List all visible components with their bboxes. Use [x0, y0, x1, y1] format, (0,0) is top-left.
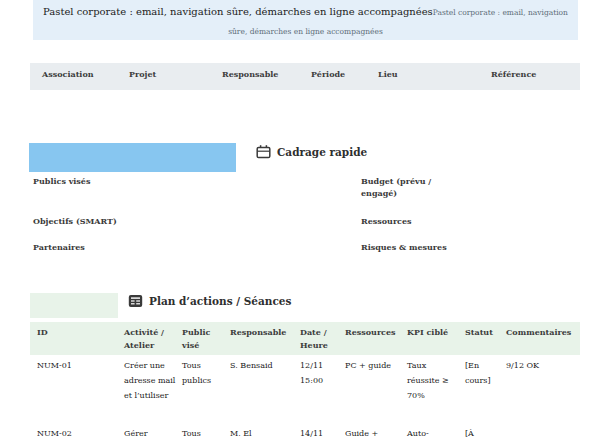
- section-title-plan: Plan d’actions / Séances: [149, 295, 291, 307]
- cell-statut: [À: [465, 426, 506, 441]
- plan-col-activite: Activité / Atelier: [124, 326, 182, 355]
- field-label-publics-vises: Publics visés: [33, 175, 90, 187]
- highlighted-field[interactable]: [29, 143, 236, 172]
- cell-responsable: S. Bensaid: [230, 358, 300, 403]
- cell-kpi: Taux réussite ≥ 70%: [407, 358, 465, 403]
- plan-table-header: ID Activité / Atelier Public visé Respon…: [30, 322, 580, 355]
- plan-col-kpi: KPI ciblé: [407, 326, 465, 355]
- document-title-banner: Pastel corporate : email, navigation sûr…: [33, 0, 578, 40]
- project-meta-table-header: Association Projet Responsable Période L…: [30, 63, 580, 90]
- cell-activite: Gérer: [124, 426, 182, 441]
- plan-table-row: NUM-02 Gérer Tous M. El 14/11 Guide + Au…: [30, 426, 580, 441]
- section-cadrage-rapide: Cadrage rapide: [256, 144, 367, 159]
- document-title: Pastel corporate : email, navigation sûr…: [43, 6, 433, 17]
- plan-col-commentaires: Commentaires: [506, 326, 574, 355]
- plan-col-statut: Statut: [465, 326, 506, 355]
- meta-col-responsable: Responsable: [222, 69, 311, 90]
- plan-col-ressources: Ressources: [345, 326, 407, 355]
- cell-public: Tous: [182, 426, 230, 441]
- plan-col-responsable: Responsable: [230, 326, 300, 355]
- cell-commentaires: 9/12 OK: [506, 358, 574, 403]
- clipboard-icon: [256, 144, 271, 159]
- meta-col-projet: Projet: [129, 69, 222, 90]
- plan-col-id: ID: [37, 326, 124, 355]
- section-title-cadrage: Cadrage rapide: [277, 146, 367, 158]
- cell-id: NUM-02: [37, 426, 124, 441]
- plan-col-date: Date / Heure: [300, 326, 345, 355]
- cell-id: NUM-01: [37, 358, 124, 403]
- plan-table-row: NUM-01 Créer une adresse mail et l’utili…: [30, 358, 580, 403]
- cell-commentaires: [506, 426, 574, 441]
- calendar-icon: [128, 294, 143, 308]
- field-label-budget: Budget (prévu / engagé): [361, 175, 437, 199]
- cell-date: 12/11 15:00: [300, 358, 345, 403]
- cell-kpi: Auto-: [407, 426, 465, 441]
- field-label-risques-mesures: Risques & mesures: [361, 241, 447, 253]
- cell-activite: Créer une adresse mail et l’utiliser: [124, 358, 182, 403]
- meta-col-association: Association: [42, 69, 129, 90]
- cell-public: Tous publics: [182, 358, 230, 403]
- field-label-objectifs-smart: Objectifs (SMART): [33, 215, 117, 227]
- field-label-partenaires: Partenaires: [33, 241, 85, 253]
- cell-responsable: M. El: [230, 426, 300, 441]
- meta-col-reference: Référence: [491, 69, 580, 90]
- section-plan-actions: Plan d’actions / Séances: [128, 294, 291, 308]
- green-accent-box: [30, 293, 118, 318]
- meta-col-periode: Période: [311, 69, 378, 90]
- cell-ressources: PC + guide: [345, 358, 407, 403]
- plan-col-public: Public visé: [182, 326, 230, 355]
- cell-ressources: Guide +: [345, 426, 407, 441]
- meta-col-lieu: Lieu: [378, 69, 491, 90]
- cell-date: 14/11: [300, 426, 345, 441]
- cell-statut: [En cours]: [465, 358, 506, 403]
- field-label-ressources: Ressources: [361, 215, 412, 227]
